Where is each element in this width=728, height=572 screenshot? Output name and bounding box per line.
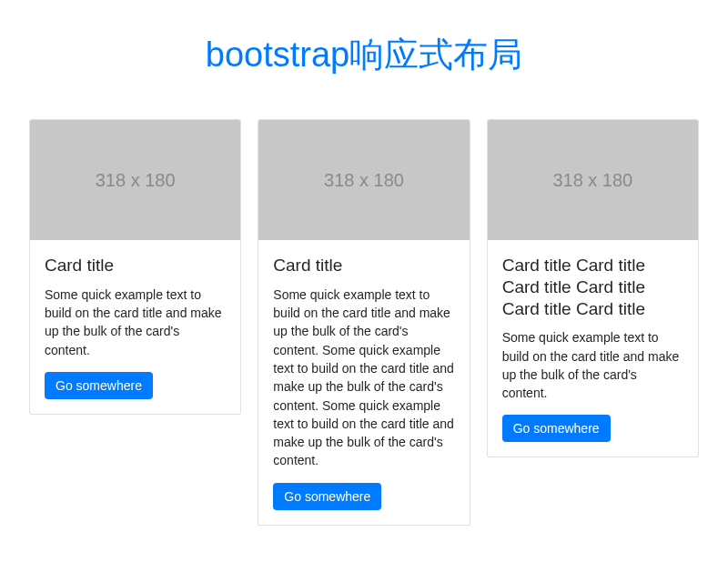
card-title: Card title Card title Card title Card ti… xyxy=(502,255,683,319)
go-somewhere-button[interactable]: Go somewhere xyxy=(273,483,381,510)
card: 318 x 180 Card title Some quick example … xyxy=(29,119,241,415)
card: 318 x 180 Card title Card title Card tit… xyxy=(487,119,699,457)
card-text: Some quick example text to build on the … xyxy=(273,286,454,470)
card-image-placeholder: 318 x 180 xyxy=(488,120,698,240)
card-image-placeholder: 318 x 180 xyxy=(30,120,240,240)
card-title: Card title xyxy=(45,255,226,276)
card-body: Card title Some quick example text to bu… xyxy=(258,240,469,525)
card-body: Card title Card title Card title Card ti… xyxy=(488,240,698,457)
card-title: Card title xyxy=(273,255,454,276)
card-text: Some quick example text to build on the … xyxy=(45,286,226,359)
card-image-placeholder: 318 x 180 xyxy=(258,120,469,240)
go-somewhere-button[interactable]: Go somewhere xyxy=(45,372,153,399)
go-somewhere-button[interactable]: Go somewhere xyxy=(502,415,611,442)
card: 318 x 180 Card title Some quick example … xyxy=(258,119,470,526)
card-body: Card title Some quick example text to bu… xyxy=(30,240,240,414)
page-title: bootstrap响应式布局 xyxy=(18,32,710,78)
card-text: Some quick example text to build on the … xyxy=(502,328,683,402)
card-row: 318 x 180 Card title Some quick example … xyxy=(18,119,710,526)
